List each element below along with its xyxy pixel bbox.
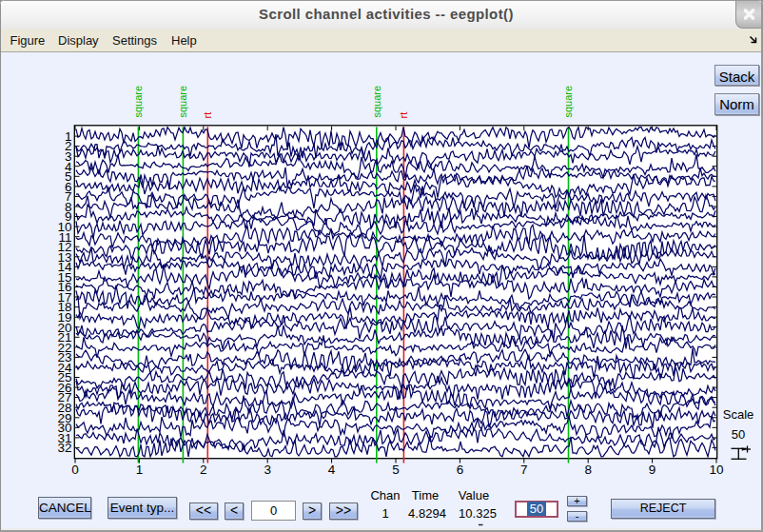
svg-text:5: 5 (392, 463, 400, 477)
svg-text:2: 2 (200, 463, 207, 477)
svg-text:6: 6 (457, 463, 464, 477)
svg-text:Scale: Scale (723, 407, 754, 422)
svg-text:4: 4 (328, 463, 336, 477)
svg-text:rt: rt (202, 112, 213, 119)
svg-text:square: square (371, 86, 382, 118)
svg-text:0: 0 (71, 463, 79, 477)
svg-text:10: 10 (709, 463, 723, 477)
svg-text:7: 7 (520, 463, 528, 477)
svg-text:9: 9 (649, 463, 656, 477)
svg-text:32: 32 (57, 441, 71, 455)
svg-text:8: 8 (584, 463, 592, 477)
svg-text:square: square (177, 86, 188, 118)
svg-text:square: square (132, 86, 144, 118)
svg-text:rt: rt (398, 112, 409, 119)
svg-text:square: square (562, 86, 574, 118)
svg-text:1: 1 (136, 463, 144, 477)
svg-text:50: 50 (732, 427, 745, 442)
svg-text:3: 3 (264, 463, 271, 477)
